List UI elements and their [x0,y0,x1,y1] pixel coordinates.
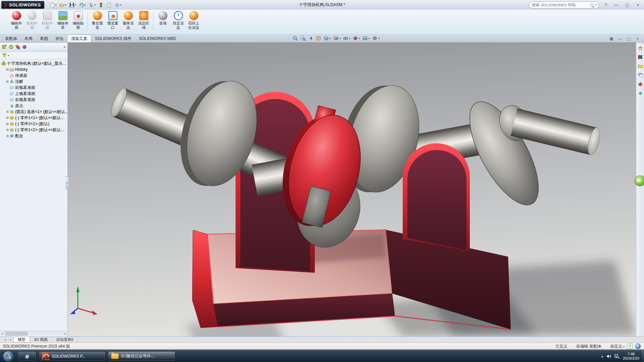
solidworks-resources-icon[interactable] [638,45,643,51]
tree-item-sensors[interactable]: 传感器 [0,72,67,79]
edit-appearance-view-button[interactable]: ▾ [353,36,360,41]
tile-windows-button[interactable]: ▦ [608,36,615,42]
close-document-button[interactable]: × [634,36,641,42]
panel-splitter-handle[interactable]: ◂ [65,176,69,189]
display-style-button[interactable]: ▾ [333,36,341,41]
tree-item-assembly-root[interactable]: 十字滑块机构 (默认<默认_显示... [0,60,67,66]
help-button[interactable]: ? [602,2,610,8]
taskbar-ie-button[interactable]: e [18,351,36,361]
tab-render-tools[interactable]: 渲染工具 [67,35,91,42]
show-desktop-button[interactable] [641,350,644,362]
options-button[interactable]: ▾ [114,2,122,8]
view-orientation-button[interactable]: ▾ [324,36,331,41]
hide-show-items-button[interactable]: ▾ [343,36,350,41]
start-button[interactable] [3,351,14,362]
save-button[interactable]: ▾ [68,2,77,8]
status-help-icon[interactable]: ? [627,344,633,349]
tab-layout[interactable]: 布局 [21,35,36,42]
tree-item-mates[interactable]: ⊞ 配合 [0,133,67,139]
zoom-fit-button[interactable] [293,36,298,41]
rebuild-button[interactable] [98,2,104,8]
taskbar-solidworks-button[interactable]: 2015 SOLIDWORKS P... [39,351,105,361]
zoom-to-area-button[interactable] [300,36,306,41]
render-region-button[interactable]: 渲染区域 [136,10,151,33]
tree-item-history[interactable]: ⊞ History [0,66,67,72]
file-properties-button[interactable] [106,2,112,8]
scroll-right-arrow[interactable]: ▸ [63,332,67,335]
tree-item-front-plane[interactable]: 前视基准面 [0,85,67,91]
scrollbar-thumb[interactable] [5,332,28,335]
panel-flyout-arrow[interactable]: » [63,45,66,49]
integrated-preview-button[interactable]: 整合预览 [90,10,105,33]
configurationmanager-tab-icon[interactable] [15,44,20,50]
tree-item-base-component[interactable]: ⊞ (固定) 底座<1> (默认<<默认... [0,109,67,115]
tray-expand-icon[interactable]: ▴ [601,354,603,358]
search-dropdown-icon[interactable]: ▾ [595,3,597,6]
featuremanager-tab-icon[interactable] [2,44,7,50]
minimize-button[interactable]: — [612,2,621,8]
view-palette-icon[interactable] [638,72,643,78]
main-area: » ▾ 十字滑块机构 (默认<默认_显示... ⊞ History [0,43,644,337]
document-window-controls: ▦ — ▢ × [608,36,641,42]
tab-motion-study[interactable]: 运动算例1 [52,337,78,343]
tab-solidworks-mbd[interactable]: SOLIDWORKS MBD [135,35,180,42]
file-explorer-icon[interactable] [638,63,643,69]
preview-window-button[interactable]: 预览窗口 [105,10,120,33]
select-tool-button[interactable]: ▾ [88,2,96,8]
taskbar-clock[interactable]: 7:48 2019/3/20 [623,352,639,361]
undo-button[interactable]: ▾ [78,2,87,8]
recall-last-render-button[interactable]: 召回上次渲染 [186,10,201,33]
render-sphere-icon[interactable] [635,344,641,349]
search-input[interactable] [531,3,590,7]
status-customize[interactable]: 自定义▾ [610,344,625,349]
tab-3d-views[interactable]: 3D 视图 [30,337,52,343]
tab-assembly[interactable]: 装配体 [1,35,21,42]
base-right-plate[interactable] [403,143,470,251]
custom-properties-icon[interactable] [638,91,643,96]
tree-item-top-plane[interactable]: 上视基准面 [0,91,67,97]
filter-funnel-icon[interactable] [2,53,7,58]
previous-view-button[interactable] [308,36,313,41]
open-document-button[interactable]: ▾ [59,2,67,8]
tab-sketch[interactable]: 草图 [36,35,52,42]
graphics-area[interactable] [68,43,636,337]
tab-evaluate[interactable]: 评估 [52,35,67,42]
tree-item-origin[interactable]: 原点 [0,103,67,109]
3d-viewport[interactable] [68,43,636,337]
tree-item-right-plane[interactable]: 右视基准面 [0,97,67,103]
volume-icon[interactable] [606,354,611,359]
final-render-button[interactable]: 最终渲染 [120,10,136,33]
filter-dropdown-icon[interactable]: ▾ [8,54,9,57]
network-icon[interactable] [614,354,620,359]
minimize-document-button[interactable]: — [616,36,624,42]
view-settings-button[interactable]: ▾ [372,36,380,41]
tree-item-annotations[interactable]: ⊞ 注解 [0,79,67,85]
schedule-render-button[interactable]: 排定渲染 [170,10,186,33]
restore-document-button[interactable]: ▢ [625,36,633,42]
maximize-button[interactable]: ▢ [623,2,631,8]
tree-item-part1-1[interactable]: ⊞ (-) 零件1<1> (默认<<默认... [0,115,67,121]
edit-decal-button[interactable]: 编辑贴图 [70,10,86,33]
scroll-left-arrow[interactable]: ◂ [0,332,5,335]
propertymanager-tab-icon[interactable] [8,44,14,50]
photoview360-badge[interactable]: 36 [635,175,644,186]
apply-scene-button[interactable]: ▾ [362,36,370,41]
panel-horizontal-scrollbar[interactable]: ◂ ▸ [0,331,67,336]
tree-item-part2-1[interactable]: ⊞ (-) 零件2<1> (默认) [0,121,67,127]
new-document-button[interactable]: ▾ [49,2,57,8]
displaymanager-tab-icon[interactable] [22,44,27,50]
section-view-button[interactable] [316,36,321,41]
tree-item-part1-2[interactable]: ⊞ (-) 零件1<2> (默认<<默认... [0,127,67,133]
taskbar-folder-button[interactable]: G:\微信公众号\3-... [108,351,175,361]
appearances-scenes-icon[interactable] [638,82,643,87]
tab-model[interactable]: 模型 [13,337,30,343]
render-options-button[interactable]: 选项 [155,10,170,33]
tab-scroll-right[interactable]: ▸ [8,337,13,343]
edit-scene-button[interactable]: 编辑布景 [55,10,70,33]
tab-scroll-left[interactable]: ◂ [3,337,8,343]
close-button[interactable]: × [634,2,642,8]
design-library-icon[interactable] [638,54,643,60]
tab-solidworks-addins[interactable]: SOLIDWORKS 插件 [91,35,135,42]
edit-appearance-button[interactable]: 编辑外观 [9,10,24,33]
help-search-box[interactable]: ▾ [529,1,599,8]
